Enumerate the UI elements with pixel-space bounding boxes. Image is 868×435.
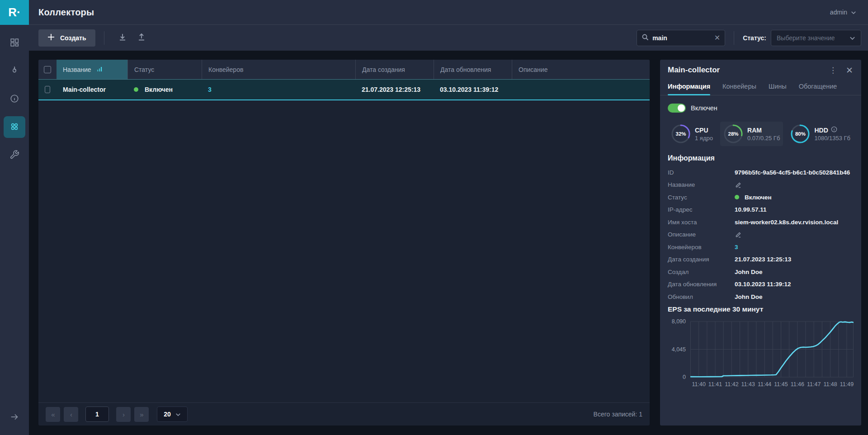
- page-number-input[interactable]: [85, 407, 109, 422]
- flame-icon: [9, 66, 19, 77]
- table-header: Название Статус Конвейеров Дата создания…: [38, 60, 650, 79]
- resource-stats: 32% CPU 1 ядро 28%: [668, 122, 854, 146]
- toolbar-divider-2: [734, 31, 734, 45]
- sidebar-item-collectors[interactable]: [4, 116, 25, 138]
- eps-x-tick: 11:41: [708, 381, 722, 388]
- info-section-heading: Информация: [668, 154, 854, 162]
- eps-x-tick: 11:46: [791, 381, 804, 388]
- eps-x-tick: 11:48: [823, 381, 837, 388]
- tab-information[interactable]: Информация: [668, 79, 710, 95]
- panel-tabs: Информация Конвейеры Шины Обогащение: [660, 79, 861, 95]
- page-size-select[interactable]: 20: [157, 407, 188, 422]
- column-header-description[interactable]: Описание: [512, 60, 650, 79]
- field-value-status: Включен: [735, 194, 854, 201]
- status-filter-select[interactable]: Выберите значение: [771, 30, 861, 46]
- cell-pipelines: 3: [202, 80, 355, 99]
- column-header-created[interactable]: Дата создания: [355, 60, 434, 79]
- table-empty-space: [38, 100, 650, 402]
- cell-name: Main-collector: [57, 80, 127, 99]
- toolbar: Создать ✕ Статус: Выберите значение: [29, 25, 868, 51]
- panel-pipelines-link[interactable]: 3: [735, 244, 738, 251]
- row-checkbox[interactable]: [45, 86, 50, 93]
- status-filter-placeholder: Выберите значение: [777, 34, 835, 42]
- sidebar-item-dashboard[interactable]: [4, 32, 25, 54]
- sidebar-nav: [4, 25, 25, 166]
- ram-stat: 28% RAM 0.07/0.25 Гб: [720, 122, 783, 146]
- field-label-description: Описание: [668, 231, 735, 238]
- import-button[interactable]: [113, 29, 132, 47]
- arrow-right-icon: [9, 416, 19, 423]
- tab-buses[interactable]: Шины: [769, 79, 787, 95]
- field-label-ip: IP-адрес: [668, 206, 735, 213]
- edit-name-icon[interactable]: [735, 181, 742, 189]
- sidebar-item-incidents[interactable]: [4, 60, 25, 82]
- field-label-host: Имя хоста: [668, 219, 735, 226]
- plus-icon: [47, 33, 55, 42]
- select-all-checkbox[interactable]: [44, 66, 51, 73]
- search-box: ✕: [637, 30, 725, 46]
- create-button-label: Создать: [60, 34, 86, 42]
- prev-page-button[interactable]: ‹: [64, 407, 78, 422]
- eps-x-tick: 11:44: [758, 381, 771, 388]
- ram-donut: 28%: [723, 124, 743, 144]
- field-label-created: Дата создания: [668, 256, 735, 263]
- field-value-updated: 03.10.2023 11:39:12: [735, 281, 854, 288]
- enabled-toggle-label: Включен: [691, 104, 717, 112]
- eps-x-tick: 11:43: [741, 381, 755, 388]
- export-button[interactable]: [132, 29, 151, 47]
- search-input[interactable]: [652, 34, 711, 42]
- first-page-button[interactable]: «: [46, 407, 60, 422]
- column-header-pipelines[interactable]: Конвейеров: [202, 60, 355, 79]
- column-header-name[interactable]: Название: [57, 60, 127, 79]
- collector-detail-panel: Main-collector ⋮ ✕ Информация Конвейеры …: [660, 60, 861, 426]
- app-logo[interactable]: R·: [0, 0, 29, 25]
- field-value-host: siem-worker02.k8s.dev.rvision.local: [735, 219, 854, 226]
- close-icon[interactable]: ✕: [846, 66, 853, 75]
- app-root: R· Коллекторы ad: [0, 0, 868, 435]
- hdd-stat: 80% HDD 1080/1353 Гб: [787, 122, 854, 146]
- info-icon: [9, 94, 19, 105]
- field-value-ip: 10.99.57.11: [735, 206, 854, 213]
- collectors-table-panel: Название Статус Конвейеров Дата создания…: [38, 60, 650, 426]
- panel-title: Main-collector: [668, 66, 720, 75]
- download-icon: [118, 33, 127, 43]
- column-header-status[interactable]: Статус: [127, 60, 202, 79]
- user-menu[interactable]: admin: [830, 9, 856, 16]
- sidebar-item-settings[interactable]: [4, 144, 25, 166]
- kebab-menu-icon[interactable]: ⋮: [829, 66, 837, 74]
- tab-enrichment[interactable]: Обогащение: [799, 79, 837, 95]
- field-value-created-by: John Doe: [735, 269, 854, 275]
- field-label-name: Название: [668, 181, 735, 188]
- next-page-button[interactable]: ›: [116, 407, 131, 422]
- edit-description-icon[interactable]: [735, 231, 742, 238]
- chevron-down-icon: [849, 34, 855, 42]
- column-header-updated[interactable]: Дата обновления: [434, 60, 512, 79]
- eps-chart-svg: [690, 319, 854, 378]
- sidebar-item-info[interactable]: [4, 88, 25, 110]
- field-label-updated: Дата обновления: [668, 281, 735, 288]
- column-label-name: Название: [63, 66, 91, 73]
- table-row[interactable]: Main-collector Включен 3 21.07.2023 12:2…: [38, 79, 650, 100]
- pagination-bar: « ‹ › » 20 Всего записей: 1: [38, 402, 650, 426]
- cell-created: 21.07.2023 12:25:13: [355, 80, 434, 99]
- eps-x-tick: 11:42: [725, 381, 738, 388]
- status-dot: [735, 195, 739, 199]
- eps-x-tick: 11:49: [840, 381, 854, 388]
- last-page-button[interactable]: »: [134, 407, 149, 422]
- dashboard-icon: [9, 38, 19, 49]
- tab-pipelines[interactable]: Конвейеры: [722, 79, 756, 95]
- enabled-toggle[interactable]: [668, 104, 686, 113]
- info-circle-icon[interactable]: [831, 126, 837, 134]
- sidebar-expand-button[interactable]: [9, 412, 19, 435]
- field-value-id: 9796b5fc-9a56-4cf5-b6c1-b0c502841b46: [735, 169, 854, 176]
- eps-x-tick: 11:47: [807, 381, 821, 388]
- create-button[interactable]: Создать: [38, 29, 95, 47]
- pipelines-count-link[interactable]: 3: [208, 86, 212, 93]
- eps-x-tick: 11:40: [692, 381, 706, 388]
- field-value-created: 21.07.2023 12:25:13: [735, 256, 854, 263]
- cpu-sub: 1 ядро: [695, 135, 713, 142]
- field-label-updated-by: Обновил: [668, 293, 735, 300]
- chevron-down-icon: [851, 9, 856, 16]
- search-clear-icon[interactable]: ✕: [714, 34, 720, 42]
- field-label-pipelines: Конвейеров: [668, 244, 735, 251]
